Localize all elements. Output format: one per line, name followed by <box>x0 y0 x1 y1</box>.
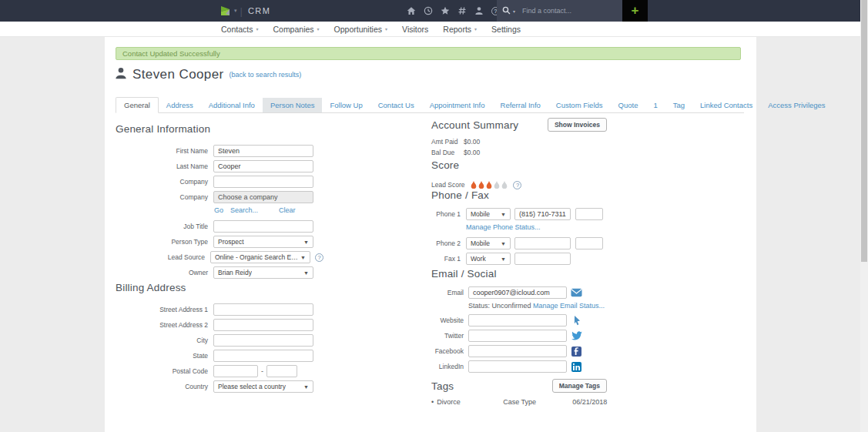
twitter-field[interactable] <box>468 330 567 342</box>
fax1-row: Fax 1 Work▼ <box>431 253 624 265</box>
country-select[interactable]: Please select a country▼ <box>213 380 313 393</box>
phone1-number-field[interactable] <box>514 208 571 220</box>
person-type-select[interactable]: Prospect▼ <box>213 236 313 248</box>
phone1-ext-field[interactable] <box>575 208 603 220</box>
general-info-column: General Information First Name Last Name… <box>116 123 323 396</box>
first-name-field[interactable] <box>213 145 313 157</box>
country-label: Country <box>116 383 208 390</box>
tag-row: • Divorce Case Type 06/21/2018 <box>431 398 624 406</box>
lead-source-help-icon[interactable]: ? <box>315 253 323 262</box>
nav-reports[interactable]: Reports▾ <box>443 25 477 34</box>
back-to-search-link[interactable]: (back to search results) <box>230 71 302 79</box>
tab-contact-us[interactable]: Contact Us <box>370 98 422 112</box>
send-email-icon[interactable] <box>571 287 582 299</box>
tab-general[interactable]: General <box>116 97 159 113</box>
chevron-down-icon[interactable]: ▾ <box>234 8 237 14</box>
job-title-field[interactable] <box>213 220 313 233</box>
home-icon[interactable] <box>407 6 416 15</box>
chevron-down-icon: ▾ <box>385 26 387 32</box>
account-summary-heading: Account Summary <box>431 119 518 131</box>
billing-address-heading: Billing Address <box>116 282 323 293</box>
email-status-text: Status: Unconfirmed <box>468 302 531 310</box>
search-input[interactable] <box>521 6 617 15</box>
contact-tabs: General Address Additional Info Person N… <box>116 99 744 113</box>
brand-divider: | <box>240 5 243 17</box>
chevron-down-icon[interactable]: ▾ <box>513 8 515 14</box>
tab-custom-fields[interactable]: Custom Fields <box>548 98 611 112</box>
street2-field[interactable] <box>213 319 313 331</box>
postal-code-field[interactable] <box>213 365 258 377</box>
tab-follow-up[interactable]: Follow Up <box>322 98 370 112</box>
facebook-field[interactable] <box>468 345 567 357</box>
chevron-down-icon: ▼ <box>501 256 506 262</box>
nav-settings[interactable]: Settings <box>491 25 521 34</box>
clock-icon[interactable] <box>424 6 433 15</box>
user-icon[interactable] <box>474 6 484 15</box>
show-invoices-button[interactable]: Show Invoices <box>548 118 607 132</box>
phone2-type-select[interactable]: Mobile▼ <box>466 237 511 249</box>
linkedin-icon[interactable] <box>571 361 582 373</box>
visit-website-icon[interactable] <box>571 315 582 327</box>
nav-companies[interactable]: Companies▾ <box>273 25 319 34</box>
nav-contacts[interactable]: Contacts▾ <box>221 25 258 34</box>
twitter-icon[interactable] <box>571 330 582 342</box>
company-picker-field[interactable] <box>213 191 313 203</box>
email-field[interactable] <box>468 286 567 299</box>
last-name-field[interactable] <box>213 160 313 172</box>
job-title-row: Job Title <box>116 220 323 233</box>
contact-header: Steven Cooper (back to search results) <box>115 67 301 82</box>
fax1-number-field[interactable] <box>514 253 571 265</box>
tab-1[interactable]: 1 <box>645 98 665 112</box>
website-row: Website <box>431 314 624 327</box>
tab-additional-info[interactable]: Additional Info <box>201 98 263 112</box>
company-field[interactable] <box>213 176 313 188</box>
postal-code-ext-field[interactable] <box>266 365 297 377</box>
tab-address[interactable]: Address <box>159 98 201 112</box>
owner-select[interactable]: Brian Reidy▼ <box>213 266 313 279</box>
email-status-row: Status: Unconfirmed Manage Email Status.… <box>468 302 624 310</box>
tab-quote[interactable]: Quote <box>611 98 646 112</box>
lead-source-select[interactable]: Online - Organic Search Engine▼ <box>210 251 310 263</box>
clear-company-link[interactable]: Clear <box>279 206 296 216</box>
company-picker-label: Company <box>116 193 208 201</box>
search-company-link[interactable]: Search... <box>230 206 279 216</box>
hashtag-icon[interactable] <box>457 6 467 15</box>
lead-score-help-icon[interactable]: ? <box>513 181 521 189</box>
street1-field[interactable] <box>213 303 313 316</box>
nav-visitors[interactable]: Visitors <box>402 25 428 34</box>
state-field[interactable] <box>213 350 313 362</box>
tags-heading: Tags <box>431 380 454 392</box>
app-brand[interactable]: ▾ | CRM <box>220 0 270 22</box>
postal-code-label: Postal Code <box>116 367 208 375</box>
twitter-label: Twitter <box>431 332 464 340</box>
tab-linked-contacts[interactable]: Linked Contacts <box>692 98 760 112</box>
star-icon[interactable] <box>441 6 450 15</box>
scrollbar-thumb[interactable] <box>861 0 867 262</box>
manage-phone-status-link[interactable]: Manage Phone Status... <box>466 223 624 231</box>
tab-referral-info[interactable]: Referral Info <box>493 98 548 112</box>
facebook-icon[interactable] <box>571 346 582 357</box>
go-link[interactable]: Go <box>214 206 230 216</box>
phone1-type-select[interactable]: Mobile▼ <box>466 208 511 220</box>
main-nav: Contacts▾ Companies▾ Opportunities▾ Visi… <box>0 22 860 37</box>
phone2-ext-field[interactable] <box>575 237 603 249</box>
scrollbar[interactable] <box>860 0 868 432</box>
add-button[interactable]: + <box>622 0 648 22</box>
tab-tag[interactable]: Tag <box>665 98 692 112</box>
tab-access-privileges[interactable]: Access Privileges <box>760 98 833 112</box>
email-row: Email <box>431 286 624 299</box>
fax1-type-select[interactable]: Work▼ <box>466 253 511 265</box>
tab-person-notes[interactable]: Person Notes <box>263 98 323 112</box>
manage-email-status-link[interactable]: Manage Email Status... <box>533 302 605 310</box>
email-label: Email <box>431 289 464 296</box>
city-field[interactable] <box>213 334 313 347</box>
tab-appointment-info[interactable]: Appointment Info <box>422 98 493 112</box>
chevron-down-icon: ▾ <box>256 26 258 32</box>
phone2-row: Phone 2 Mobile▼ <box>431 237 624 249</box>
phone2-number-field[interactable] <box>514 237 571 249</box>
website-field[interactable] <box>468 314 567 327</box>
nav-opportunities[interactable]: Opportunities▾ <box>334 25 387 34</box>
linkedin-field[interactable] <box>468 360 567 373</box>
manage-tags-button[interactable]: Manage Tags <box>552 379 607 393</box>
owner-label: Owner <box>116 269 208 276</box>
